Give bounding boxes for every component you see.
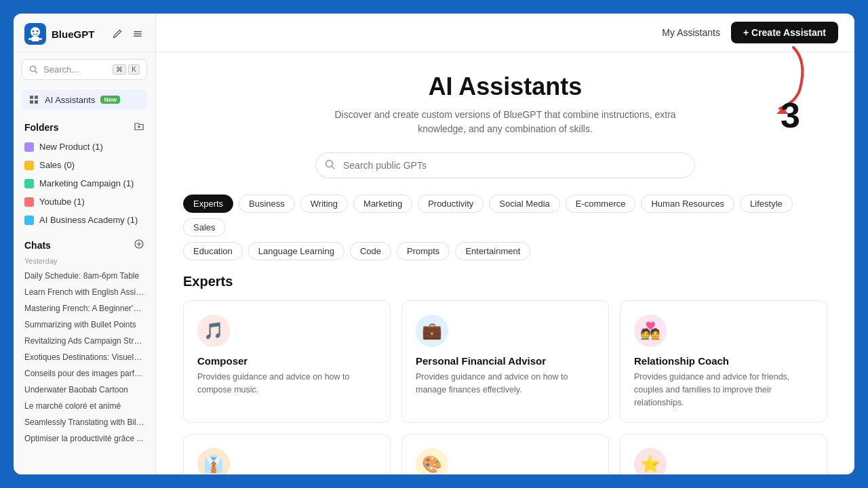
folder-color-dot xyxy=(24,216,34,225)
tag-prompts[interactable]: Prompts xyxy=(397,242,450,260)
folder-color-dot xyxy=(24,161,34,170)
tag-lifestyle[interactable]: Lifestyle xyxy=(740,195,793,213)
svg-rect-14 xyxy=(35,100,38,104)
tag-business[interactable]: Business xyxy=(239,195,295,213)
card-avatar: 👔 xyxy=(197,448,230,474)
folder-item[interactable]: Marketing Campaign (1) xyxy=(14,174,155,192)
my-assistants-btn[interactable]: My Assistants xyxy=(662,27,720,38)
folder-color-dot xyxy=(24,179,34,188)
page-title: AI Assistants xyxy=(183,73,827,101)
chats-section: Chats Yesterday Daily Schedule: 8am-6pm … xyxy=(14,229,155,449)
svg-rect-5 xyxy=(28,38,31,40)
chats-list: Daily Schedule: 8am-6pm TableLearn Frenc… xyxy=(14,268,155,447)
main-content: My Assistants + Create Assistant AI Assi… xyxy=(156,14,854,474)
add-chat-btn[interactable] xyxy=(134,239,144,251)
experts-cards-grid: 🎵 Composer Provides guidance and advice … xyxy=(183,300,827,474)
card-desc: Provides guidance and advice on how to m… xyxy=(416,371,595,396)
menu-icon xyxy=(132,28,143,39)
tag-hr[interactable]: Human Resources xyxy=(641,195,734,213)
logo-area: BlueGPT xyxy=(24,23,94,45)
svg-point-3 xyxy=(37,30,39,33)
svg-rect-13 xyxy=(30,100,33,104)
folder-color-dot xyxy=(24,142,34,152)
tag-language[interactable]: Language Learning xyxy=(248,242,344,260)
chat-item[interactable]: Daily Schedule: 8am-6pm Table xyxy=(14,268,155,284)
card-avatar: 💼 xyxy=(416,314,448,347)
folder-label: AI Business Academy (1) xyxy=(39,215,138,225)
search-shortcut: ⌘ K xyxy=(113,64,140,75)
svg-rect-6 xyxy=(39,38,42,40)
chat-item[interactable]: Mastering French: A Beginner's ... xyxy=(14,300,155,317)
chat-item[interactable]: Revitalizing Ads Campaign Stra... xyxy=(14,333,155,349)
chat-item[interactable]: Seamlessly Translating with Bili... xyxy=(14,414,155,430)
card-title: Relationship Coach xyxy=(634,355,813,367)
chat-item[interactable]: Underwater Baobab Cartoon xyxy=(14,382,155,398)
chat-item[interactable]: Conseils pour des images parfa... xyxy=(14,365,155,382)
chat-item[interactable]: Summarizing with Bullet Points xyxy=(14,317,155,333)
expert-card[interactable]: ⭐ Life Coach Provides guidance and advic… xyxy=(620,434,827,474)
tag-education[interactable]: Education xyxy=(183,242,243,260)
folder-item[interactable]: Youtube (1) xyxy=(14,192,155,211)
tag-code[interactable]: Code xyxy=(350,242,391,260)
search-icon xyxy=(29,65,38,74)
svg-point-1 xyxy=(31,27,40,37)
card-title: Personal Financial Advisor xyxy=(416,355,595,367)
card-desc: Provides guidance and advice on how to c… xyxy=(197,371,376,396)
folders-list: New Product (1)Sales (0)Marketing Campai… xyxy=(14,138,155,229)
card-title: Composer xyxy=(197,355,376,367)
folder-item[interactable]: AI Business Academy (1) xyxy=(14,211,155,229)
svg-rect-8 xyxy=(134,33,142,35)
svg-point-10 xyxy=(31,66,36,72)
tag-sales[interactable]: Sales xyxy=(183,218,226,237)
edit-icon-btn[interactable] xyxy=(111,27,124,41)
create-assistant-btn[interactable]: + Create Assistant xyxy=(731,22,838,43)
svg-rect-4 xyxy=(31,37,39,41)
chat-item[interactable]: Exotiques Destinations: Visuels ... xyxy=(14,349,155,365)
ai-assistants-label: AI Assistants xyxy=(45,95,95,105)
chat-item[interactable]: Le marché coloré et animé xyxy=(14,398,155,414)
edit-icon xyxy=(112,28,123,39)
menu-icon-btn[interactable] xyxy=(131,27,144,41)
chat-item[interactable]: Optimiser la productivité grâce ... xyxy=(14,430,155,447)
tag-entertainment[interactable]: Entertainment xyxy=(455,242,530,260)
tags-row-2: EducationLanguage LearningCodePromptsEnt… xyxy=(183,242,827,260)
folder-label: Youtube (1) xyxy=(39,197,85,207)
sidebar: BlueGPT xyxy=(14,14,156,474)
header-actions xyxy=(111,27,144,41)
expert-card[interactable]: 👔 Career Counselor Provides guidance and… xyxy=(183,434,391,474)
sidebar-search[interactable]: Search... ⌘ K xyxy=(22,59,147,80)
logo-icon xyxy=(24,23,46,45)
folder-item[interactable]: Sales (0) xyxy=(14,156,155,174)
svg-rect-11 xyxy=(30,96,33,99)
chat-item[interactable]: Learn French with English Assis... xyxy=(14,284,155,300)
add-folder-btn[interactable] xyxy=(134,121,144,134)
svg-rect-7 xyxy=(134,31,142,33)
tag-writing[interactable]: Writing xyxy=(300,195,348,213)
top-bar: My Assistants + Create Assistant xyxy=(156,14,854,52)
tag-productivity[interactable]: Productivity xyxy=(418,195,484,213)
expert-card[interactable]: 🎨 Web Design Consultant Gives tips and h… xyxy=(401,434,609,474)
expert-card[interactable]: 💼 Personal Financial Advisor Provides gu… xyxy=(401,300,609,423)
folders-title: Folders xyxy=(24,122,59,133)
tags-row-1: ExpertsBusinessWritingMarketingProductiv… xyxy=(183,195,827,237)
tag-marketing[interactable]: Marketing xyxy=(353,195,412,213)
page-body: AI Assistants Discover and create custom… xyxy=(156,52,854,474)
expert-card[interactable]: 💑 Relationship Coach Provides guidance a… xyxy=(620,300,827,423)
card-avatar: 💑 xyxy=(634,314,667,347)
ai-assistants-nav-item[interactable]: AI Assistants New xyxy=(22,89,147,110)
tag-social_media[interactable]: Social Media xyxy=(489,195,559,213)
gpts-search-container xyxy=(315,152,695,178)
page-subtitle: Discover and create custom versions of B… xyxy=(315,108,695,136)
expert-card[interactable]: 🎵 Composer Provides guidance and advice … xyxy=(183,300,391,423)
tag-experts[interactable]: Experts xyxy=(183,195,233,213)
card-avatar: ⭐ xyxy=(634,448,667,474)
card-avatar: 🎨 xyxy=(416,448,448,474)
chats-header: Chats xyxy=(14,236,155,254)
folder-label: New Product (1) xyxy=(39,142,103,152)
chats-title: Chats xyxy=(24,240,51,251)
gpts-search-input[interactable] xyxy=(315,152,695,178)
add-folder-icon xyxy=(134,121,144,131)
folder-item[interactable]: New Product (1) xyxy=(14,138,155,156)
svg-rect-9 xyxy=(134,36,142,37)
tag-ecommerce[interactable]: E-commerce xyxy=(566,195,636,213)
